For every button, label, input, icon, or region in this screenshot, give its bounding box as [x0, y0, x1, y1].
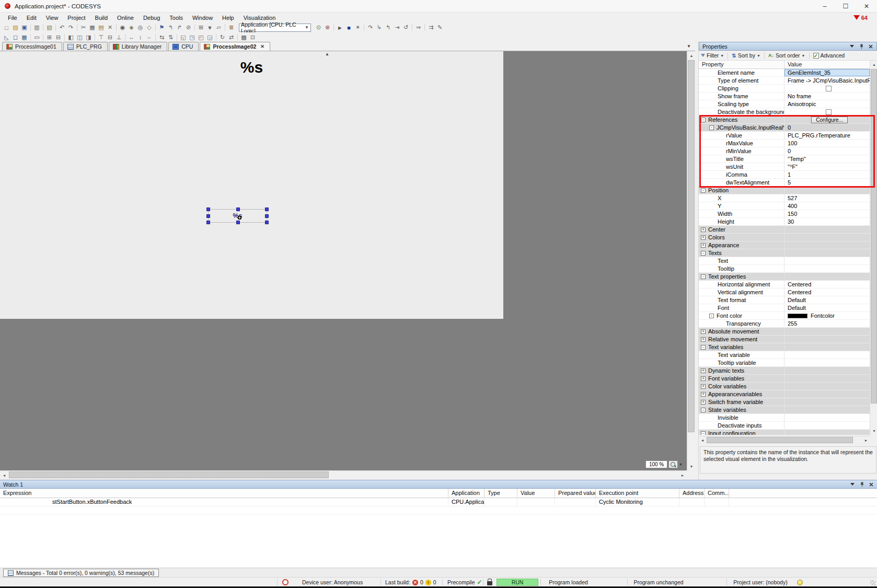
property-value-cell[interactable]: GenElemInst_35 [784, 69, 870, 77]
property-row-switch-frame-variable[interactable]: +Switch frame variable [699, 398, 870, 406]
property-value-cell[interactable] [784, 343, 870, 351]
property-row-color-variables[interactable]: +Color variables [699, 383, 870, 390]
property-row-dynamic-texts[interactable]: +Dynamic texts [699, 367, 870, 375]
properties-horizontal-scrollbar[interactable]: ◄ ► [699, 436, 870, 444]
sort-by-button[interactable]: ⇅ Sort by ▼ [732, 52, 760, 59]
close-icon[interactable] [869, 482, 874, 487]
collapse-icon[interactable]: - [709, 314, 714, 318]
property-value-cell[interactable]: Fontcolor [784, 312, 870, 320]
send-to-back-icon[interactable]: ◲ [205, 33, 214, 42]
align-left-icon[interactable]: ◧ [66, 33, 75, 42]
property-row-tooltip[interactable]: Tooltip [699, 265, 870, 273]
copy-icon[interactable]: ▦ [88, 23, 97, 32]
same-size-icon[interactable]: ⇔ [145, 33, 154, 42]
property-value-cell[interactable] [784, 336, 870, 343]
resize-handle-w[interactable] [206, 214, 210, 218]
property-value-cell[interactable] [784, 265, 870, 273]
property-value-cell[interactable] [784, 406, 870, 414]
sort-order-button[interactable]: A↓ Sort order ▼ [768, 52, 805, 59]
property-row-appearance[interactable]: +Appearance [699, 241, 870, 249]
menu-build[interactable]: Build [90, 14, 112, 22]
property-row-height[interactable]: Height30 [699, 218, 870, 226]
menu-project[interactable]: Project [63, 14, 90, 22]
collapse-icon[interactable]: - [701, 251, 706, 256]
expand-icon[interactable]: + [701, 329, 706, 334]
zoom-select-icon[interactable]: ◻ [11, 33, 20, 42]
align-center-icon[interactable]: ◫ [75, 33, 84, 42]
next-bookmark-icon[interactable]: ↱ [175, 23, 184, 32]
menu-file[interactable]: File [3, 14, 22, 22]
horizontal-scroll-thumb[interactable] [9, 471, 329, 478]
property-value-cell[interactable] [784, 422, 870, 430]
stop-icon[interactable]: ■ [344, 23, 353, 32]
zoom-control[interactable]: 100 % ▼ [645, 460, 683, 468]
property-value-cell[interactable]: 100 [784, 140, 870, 147]
expand-icon[interactable]: + [701, 243, 706, 248]
advanced-checkbox[interactable]: ✓ Advanced [813, 52, 845, 59]
property-row-text[interactable]: Text [699, 257, 870, 265]
print-icon[interactable]: ▥ [32, 23, 41, 32]
chevron-down-icon[interactable] [849, 44, 855, 49]
property-row-deactivate-inputs[interactable]: Deactivate inputs [699, 422, 870, 430]
property-value-cell[interactable]: No frame [784, 93, 870, 100]
resize-handle-ne[interactable] [265, 207, 269, 211]
step-over-icon[interactable]: ↷ [366, 23, 375, 32]
bring-forward-icon[interactable]: ◳ [188, 33, 197, 42]
property-value-cell[interactable] [784, 367, 870, 375]
property-value-cell[interactable]: Anisotropic [784, 100, 870, 108]
tab-library-manager[interactable]: Library Manager [109, 42, 167, 51]
expand-icon[interactable]: + [701, 400, 706, 405]
replace-icon[interactable]: ◎ [136, 23, 145, 32]
property-value-cell[interactable] [784, 414, 870, 422]
menu-visualization[interactable]: Visualization [239, 14, 281, 22]
breakpoint-icon[interactable]: ⇒ [414, 23, 423, 32]
cut-icon[interactable]: ✂ [79, 23, 88, 32]
menu-debug[interactable]: Debug [139, 14, 165, 22]
mirror-icon[interactable]: ⇄ [227, 33, 236, 42]
watch-expression[interactable]: stStartButton.xButtonFeedback [0, 498, 448, 506]
close-icon[interactable] [868, 44, 873, 49]
property-value-cell[interactable]: 255 [784, 320, 870, 328]
property-value-cell[interactable]: 5 [784, 179, 870, 187]
select-all-icon[interactable]: ⊡ [248, 33, 257, 42]
property-value-cell[interactable]: Frame -> JCmpVisuBasic.InputRealValue [784, 77, 870, 85]
scroll-down-icon[interactable]: ▼ [687, 462, 696, 470]
canvas-horizontal-scrollbar[interactable]: ◄ ► [0, 470, 687, 479]
property-row-element-name[interactable]: Element nameGenElemInst_35 [699, 69, 870, 77]
expand-icon[interactable]: + [701, 235, 706, 240]
expand-icon[interactable]: + [701, 376, 706, 381]
minimize-button[interactable]: – [814, 0, 835, 12]
rotate-icon[interactable]: ↻ [218, 33, 227, 42]
resize-handle-sw[interactable] [206, 221, 210, 224]
property-value-cell[interactable] [784, 273, 870, 281]
bookmark-icon[interactable]: ⚑ [157, 23, 166, 32]
scroll-left-icon[interactable]: ◄ [0, 471, 8, 479]
menu-help[interactable]: Help [217, 14, 239, 22]
expand-icon[interactable]: + [701, 227, 706, 232]
property-value-cell[interactable]: 527 [784, 194, 870, 202]
build-icon[interactable]: ≣ [227, 23, 236, 32]
property-row-tooltip-variable[interactable]: Tooltip variable [699, 359, 870, 367]
collapse-icon[interactable]: - [701, 345, 706, 350]
same-width-icon[interactable]: ↔ [127, 33, 136, 42]
distribute-vertically-icon[interactable]: ⇅ [166, 33, 175, 42]
property-value-cell[interactable] [784, 430, 870, 435]
property-row-x[interactable]: X527 [699, 194, 870, 202]
property-value-cell[interactable]: "°F" [784, 163, 870, 171]
property-row-text-format[interactable]: Text formatDefault [699, 296, 870, 304]
visualization-canvas[interactable]: %s %s ▲ 100 % ▼ [0, 51, 687, 470]
paste-icon[interactable]: ▤ [97, 23, 106, 32]
property-value-cell[interactable]: 400 [784, 202, 870, 210]
watch-column-execution-point[interactable]: Execution point [596, 489, 679, 498]
visualization-page[interactable]: %s %s [0, 51, 503, 319]
selected-input-element[interactable]: %s [208, 209, 267, 223]
element-center-handle[interactable] [238, 216, 241, 220]
collapse-icon[interactable]: - [701, 274, 706, 279]
tab-list-dropdown-icon[interactable]: ▼ [687, 44, 691, 49]
copy-all-icon[interactable]: ⊞ [197, 23, 205, 32]
align-middle-icon[interactable]: ⊟ [106, 33, 114, 42]
property-row-state-variables[interactable]: -State variables [699, 406, 870, 414]
step-out-icon[interactable]: ↰ [384, 23, 393, 32]
property-row-icomma[interactable]: iComma1 [699, 171, 870, 179]
magnifier-icon[interactable] [668, 460, 678, 468]
